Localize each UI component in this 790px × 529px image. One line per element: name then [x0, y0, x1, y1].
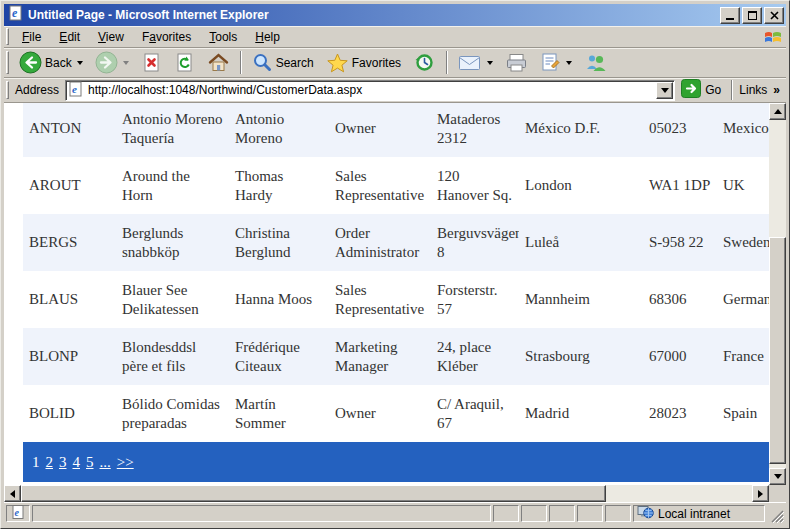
messenger-button[interactable]	[578, 50, 614, 76]
minimize-button[interactable]	[720, 7, 740, 24]
grid-cell: 67000	[643, 328, 717, 385]
grid-cell: Luleå	[519, 214, 643, 271]
pager-link[interactable]: 3	[59, 454, 67, 471]
pager-link[interactable]: 4	[73, 454, 81, 471]
content-area: ANTONAntonio Moreno TaqueríaAntonio More…	[4, 103, 786, 485]
resize-grip[interactable]	[767, 506, 784, 523]
grid-cell: Sales Representative	[329, 157, 431, 214]
address-input[interactable]: e http://localhost:1048/Northwind/Custom…	[65, 80, 675, 101]
forward-dropdown-icon[interactable]	[123, 61, 129, 65]
customers-table: ANTONAntonio Moreno TaqueríaAntonio More…	[23, 103, 769, 442]
refresh-icon	[174, 52, 195, 73]
arrow-right-icon	[758, 490, 763, 498]
page-viewport: ANTONAntonio Moreno TaqueríaAntonio More…	[4, 103, 769, 485]
forward-button[interactable]	[89, 50, 135, 76]
back-dropdown-icon[interactable]	[77, 61, 83, 65]
vertical-scroll-track[interactable]	[769, 120, 786, 468]
pager-link[interactable]: ...	[100, 454, 111, 471]
menu-item-edit[interactable]: Edit	[50, 28, 89, 46]
horizontal-scrollbar[interactable]	[4, 485, 769, 502]
close-button[interactable]	[764, 7, 784, 24]
title-bar: e Untitled Page - Microsoft Internet Exp…	[4, 4, 786, 26]
vertical-scrollbar[interactable]	[769, 103, 786, 485]
customer-row-AROUT: AROUTAround the HornThomas HardySales Re…	[23, 157, 769, 214]
print-button[interactable]	[499, 50, 534, 76]
horizontal-scroll-track[interactable]	[21, 485, 752, 502]
grid-cell: Owner	[329, 385, 431, 442]
scroll-down-button[interactable]	[769, 468, 786, 485]
status-pane	[493, 505, 519, 522]
edit-button[interactable]	[534, 50, 578, 76]
svg-text:e: e	[14, 507, 19, 518]
page-favicon: e	[69, 81, 84, 100]
links-toolbar[interactable]: Links »	[737, 83, 786, 97]
grid-cell: WA1 1DP	[643, 157, 717, 214]
grid-cell: 24, place Kléber	[431, 328, 519, 385]
address-bar: Address e http://localhost:1048/Northwin…	[4, 78, 786, 103]
scroll-left-button[interactable]	[4, 485, 21, 502]
window-controls	[718, 7, 784, 24]
edit-dropdown-icon[interactable]	[566, 61, 572, 65]
scroll-right-button[interactable]	[752, 485, 769, 502]
menu-item-view[interactable]: View	[89, 28, 133, 46]
horizontal-scroll-thumb[interactable]	[21, 485, 606, 502]
grid-cell: Blauer See Delikatessen	[116, 271, 229, 328]
address-bar-grip[interactable]	[6, 81, 9, 100]
history-button[interactable]	[407, 50, 442, 76]
grid-cell: 05023	[643, 103, 717, 157]
back-icon	[19, 51, 42, 74]
status-bar: e Local intranet	[4, 502, 786, 525]
grid-cell: Madrid	[519, 385, 643, 442]
maximize-button[interactable]	[742, 7, 762, 24]
pager-link[interactable]: >>	[117, 454, 134, 471]
menu-bar-items: FileEditViewFavoritesToolsHelp	[13, 26, 764, 47]
grid-cell: Blondesddsl père et fils	[116, 328, 229, 385]
menu-item-file[interactable]: File	[13, 28, 50, 46]
browser-window: e Untitled Page - Microsoft Internet Exp…	[0, 0, 790, 529]
grid-cell: Hanna Moos	[229, 271, 329, 328]
grid-cell: Mexico	[717, 103, 769, 157]
scroll-up-button[interactable]	[769, 103, 786, 120]
refresh-button[interactable]	[168, 50, 201, 76]
menu-item-tools[interactable]: Tools	[200, 28, 246, 46]
menu-bar-grip[interactable]	[6, 28, 9, 44]
pager: 1 2345...>>	[23, 442, 769, 482]
home-button[interactable]	[201, 50, 236, 76]
back-button[interactable]: Back	[13, 50, 89, 76]
grid-cell: Spain	[717, 385, 769, 442]
vertical-scroll-thumb[interactable]	[769, 237, 786, 464]
grid-cell: France	[717, 328, 769, 385]
favorites-button[interactable]: Favorites	[320, 50, 407, 76]
svg-text:e: e	[12, 6, 18, 20]
go-label: Go	[705, 83, 721, 97]
go-button[interactable]: Go	[675, 78, 727, 102]
mail-button[interactable]	[452, 50, 499, 76]
scrollbar-corner	[769, 485, 786, 502]
mail-dropdown-icon[interactable]	[487, 61, 493, 65]
address-dropdown-button[interactable]	[656, 82, 673, 99]
intranet-zone-icon	[637, 505, 654, 522]
menu-item-help[interactable]: Help	[246, 28, 289, 46]
pager-link[interactable]: 5	[86, 454, 94, 471]
grid-cell: Mannheim	[519, 271, 643, 328]
history-icon	[413, 51, 436, 74]
menu-item-favorites[interactable]: Favorites	[133, 28, 200, 46]
customer-table-body: ANTONAntonio Moreno TaqueríaAntonio More…	[23, 103, 769, 442]
mail-icon	[458, 53, 482, 72]
stop-button[interactable]	[135, 50, 168, 76]
toolbar-grip[interactable]	[6, 51, 9, 74]
search-button[interactable]: Search	[246, 50, 320, 76]
standard-toolbar: Back Search Favorites	[4, 48, 786, 78]
grid-cell: Germany	[717, 271, 769, 328]
grid-cell: ANTON	[23, 103, 116, 157]
grid-cell: BERGS	[23, 214, 116, 271]
customer-row-BERGS: BERGSBerglunds snabbköpChristina Berglun…	[23, 214, 769, 271]
favorites-star-icon	[326, 52, 349, 74]
grid-cell: London	[519, 157, 643, 214]
menu-bar: FileEditViewFavoritesToolsHelp	[4, 26, 786, 48]
customer-row-BLONP: BLONPBlondesddsl père et filsFrédérique …	[23, 328, 769, 385]
address-label: Address	[13, 83, 65, 97]
pager-link[interactable]: 2	[46, 454, 54, 471]
edit-icon	[540, 52, 561, 73]
grid-cell: México D.F.	[519, 103, 643, 157]
